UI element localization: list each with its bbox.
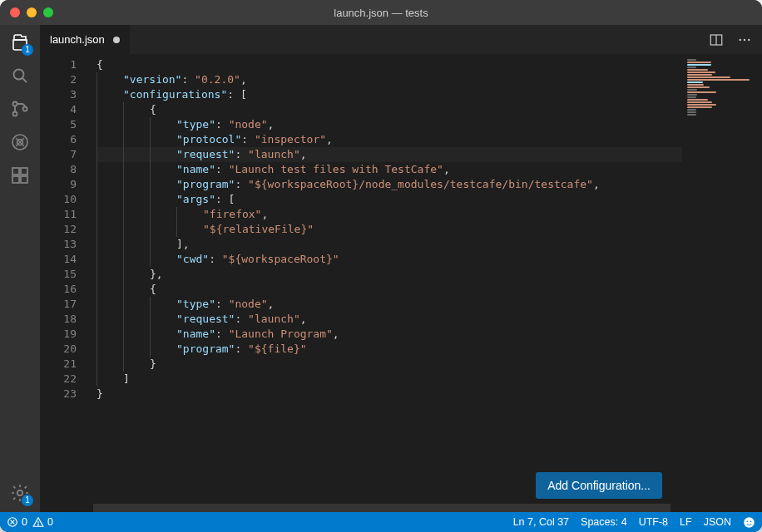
- code-line[interactable]: "request": "launch",: [96, 147, 682, 162]
- code-line[interactable]: }: [96, 387, 682, 401]
- explorer-icon[interactable]: 1: [9, 32, 31, 53]
- svg-point-14: [740, 38, 741, 40]
- minimap-line: [687, 66, 696, 68]
- code-line[interactable]: "program": "${workspaceRoot}/node_module…: [96, 177, 682, 192]
- status-encoding[interactable]: UTF-8: [639, 516, 668, 528]
- svg-point-3: [13, 112, 17, 116]
- code-line[interactable]: ]: [96, 372, 682, 387]
- code-line[interactable]: {: [96, 102, 682, 117]
- minimap-line: [687, 99, 708, 101]
- status-indentation[interactable]: Spaces: 4: [581, 516, 627, 528]
- tab-launch-json[interactable]: launch.json: [40, 25, 131, 54]
- minimap-line: [687, 79, 750, 81]
- source-control-icon[interactable]: [9, 98, 31, 120]
- code-area[interactable]: {"version": "0.2.0","configurations": [{…: [93, 54, 682, 512]
- code-line[interactable]: "cwd": "${workspaceRoot}": [96, 252, 682, 267]
- line-number: 8: [40, 162, 77, 177]
- minimap-line: [687, 62, 711, 63]
- code-line[interactable]: },: [96, 267, 682, 282]
- minimap-line: [687, 114, 696, 116]
- code-line[interactable]: "configurations": [: [96, 87, 682, 102]
- code-line[interactable]: "firefox",: [96, 207, 682, 222]
- minimize-window-button[interactable]: [27, 7, 37, 17]
- code-line[interactable]: "request": "launch",: [96, 312, 682, 327]
- status-language[interactable]: JSON: [704, 516, 731, 528]
- line-number: 4: [40, 102, 77, 117]
- workbench: 1 1 launch.json: [0, 25, 762, 512]
- minimap-line: [687, 74, 712, 76]
- svg-rect-9: [21, 176, 27, 183]
- minimap-line: [687, 111, 696, 113]
- code-line[interactable]: "protocol": "inspector",: [96, 132, 682, 147]
- minimap-line: [687, 69, 708, 71]
- split-editor-icon[interactable]: [705, 29, 727, 51]
- minimap-line: [687, 109, 696, 111]
- code-line[interactable]: "type": "node",: [96, 117, 682, 132]
- minimap-line: [687, 94, 697, 96]
- line-number: 2: [40, 72, 77, 87]
- line-number: 1: [40, 57, 77, 72]
- maximize-window-button[interactable]: [43, 7, 53, 17]
- add-configuration-button[interactable]: Add Configuration...: [536, 472, 662, 499]
- code-line[interactable]: "program": "${file}": [96, 342, 682, 357]
- search-icon[interactable]: [9, 65, 31, 86]
- svg-point-16: [748, 38, 750, 40]
- status-cursor-position[interactable]: Ln 7, Col 37: [513, 516, 569, 528]
- extensions-icon[interactable]: [9, 165, 31, 186]
- code-line[interactable]: "name": "Launch test files with TestCafe…: [96, 162, 682, 177]
- minimap[interactable]: [682, 54, 762, 512]
- more-actions-icon[interactable]: [734, 29, 755, 51]
- line-number: 21: [40, 357, 77, 372]
- minimap-line: [687, 106, 712, 108]
- titlebar: launch.json — tests: [0, 0, 762, 25]
- line-number: 12: [40, 222, 77, 237]
- minimap-line: [687, 101, 712, 103]
- editor[interactable]: 1234567891011121314151617181920212223 {"…: [40, 54, 762, 512]
- minimap-line: [687, 71, 715, 73]
- code-line[interactable]: "name": "Launch Program",: [96, 327, 682, 342]
- line-number: 9: [40, 177, 77, 192]
- code-line[interactable]: "${relativeFile}": [96, 222, 682, 237]
- code-line[interactable]: "args": [: [96, 192, 682, 207]
- minimap-line: [687, 64, 711, 66]
- line-number: 13: [40, 237, 77, 252]
- status-warnings[interactable]: 0: [32, 516, 53, 528]
- svg-rect-10: [21, 168, 27, 175]
- modified-indicator-icon: [113, 37, 120, 43]
- settings-icon[interactable]: 1: [9, 482, 31, 504]
- code-line[interactable]: {: [96, 57, 682, 72]
- svg-line-1: [22, 78, 27, 82]
- code-line[interactable]: "version": "0.2.0",: [96, 72, 682, 87]
- line-number: 23: [40, 387, 77, 401]
- tab-label: launch.json: [50, 33, 105, 46]
- svg-point-24: [750, 520, 752, 522]
- horizontal-scrollbar[interactable]: [93, 504, 670, 512]
- minimap-line: [687, 76, 730, 78]
- window-controls: [10, 7, 53, 17]
- debug-icon[interactable]: [9, 131, 31, 153]
- code-line[interactable]: {: [96, 282, 682, 297]
- tab-bar: launch.json: [40, 25, 762, 54]
- code-line[interactable]: }: [96, 357, 682, 372]
- code-line[interactable]: ],: [96, 237, 682, 252]
- minimap-line: [687, 96, 696, 98]
- svg-point-0: [14, 70, 24, 80]
- close-window-button[interactable]: [10, 7, 20, 17]
- minimap-line: [687, 81, 703, 83]
- line-number: 5: [40, 117, 77, 132]
- gutter: 1234567891011121314151617181920212223: [40, 54, 93, 512]
- code-line[interactable]: "type": "node",: [96, 297, 682, 312]
- line-number: 15: [40, 267, 77, 282]
- line-number: 22: [40, 372, 77, 387]
- svg-rect-7: [12, 168, 19, 175]
- minimap-line: [687, 84, 704, 86]
- feedback-icon[interactable]: [743, 516, 755, 529]
- minimap-line: [687, 89, 697, 91]
- status-errors[interactable]: 0: [7, 516, 27, 528]
- svg-point-22: [744, 517, 755, 528]
- status-bar: 0 0 Ln 7, Col 37 Spaces: 4 UTF-8 LF JSON: [0, 512, 762, 532]
- line-number: 11: [40, 207, 77, 222]
- status-eol[interactable]: LF: [680, 516, 692, 528]
- line-number: 7: [40, 147, 77, 162]
- tab-actions: [705, 25, 762, 54]
